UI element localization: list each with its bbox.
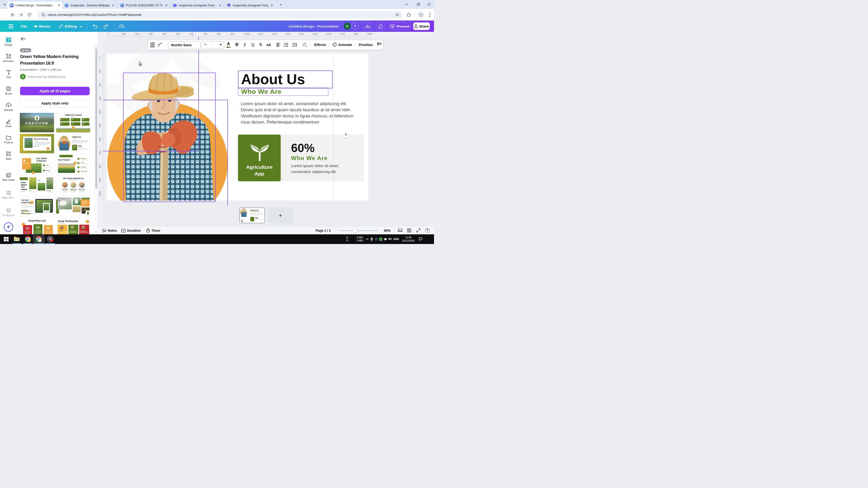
svg-text:C: C xyxy=(66,4,67,7)
svg-text:co: co xyxy=(7,88,10,91)
svg-text:C: C xyxy=(121,4,123,7)
